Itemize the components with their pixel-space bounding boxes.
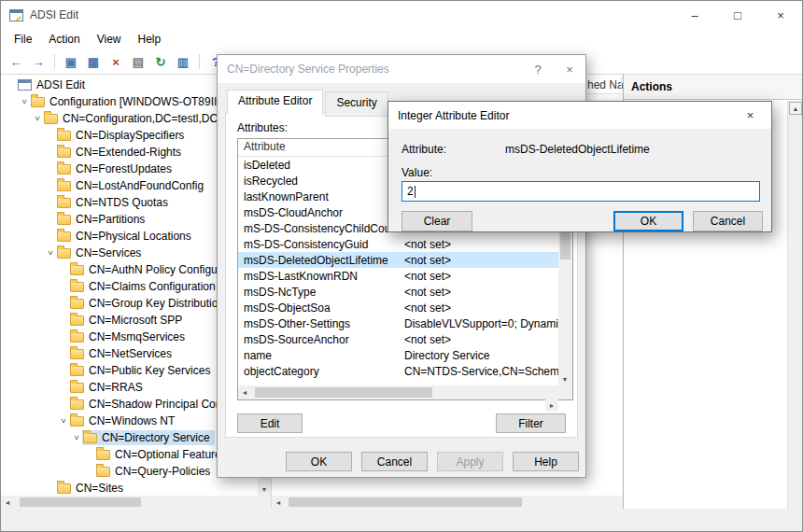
list-horizontal-scrollbar: ◄ ► [272,496,623,509]
attribute-row[interactable]: mS-DS-ConsistencyGuid<not set> [238,236,558,252]
maximize-button[interactable]: □ [716,1,759,29]
value-input-text: 2 [407,185,414,198]
value-input[interactable]: 2 [402,181,760,202]
edit-button[interactable]: Edit [237,413,303,433]
menu-help[interactable]: Help [130,30,170,49]
actions-scrollbar: ▲ [787,101,802,509]
tree-item-label: CN=Query-Policies [115,465,210,478]
back-icon[interactable]: ← [6,52,26,71]
tree-item-label: CN=RRAS [89,381,143,394]
status-strip [1,509,802,531]
integer-dialog-title: Integer Attribute Editor [398,109,509,122]
tree-item[interactable]: CN=Sites [1,480,258,496]
folder-icon [57,181,71,191]
ok-button[interactable]: OK [286,452,352,471]
tree-item-body: CN=Sites [56,481,128,496]
scroll-up-icon[interactable]: ▲ [789,102,802,115]
tree-item-body: CN=Services [56,245,146,260]
attribute-value-cell: <not set> [399,253,558,267]
minimize-icon: – [691,8,697,22]
cancel-button[interactable]: Cancel [361,452,428,471]
forward-icon[interactable]: → [28,52,49,71]
tree-expand-chevron[interactable]: > [46,247,55,259]
help-button[interactable]: Help [513,452,579,471]
folder-icon [70,282,84,292]
actions-title: Actions [631,80,672,93]
toolbar-separator [54,54,55,69]
scroll-left-icon[interactable]: ◄ [1,496,14,509]
ok-button[interactable]: OK [613,211,683,231]
tree-item-body: CN=Extended-Rights [56,145,186,160]
folder-icon [57,147,71,158]
delete-icon[interactable]: × [106,52,126,71]
filter-button[interactable]: Filter [496,413,566,433]
scroll-down-icon[interactable]: ▼ [258,483,271,496]
column-header-fragment: hed Na [587,78,624,91]
tree-expand-chevron[interactable]: > [20,96,29,108]
attribute-name-cell: msDS-LastKnownRDN [238,269,399,283]
document-icon[interactable]: ▤ [128,52,148,71]
attribute-row[interactable]: nameDirectory Service [238,347,558,363]
console-window-icon[interactable]: ▣ [61,52,81,71]
tree-expand-chevron[interactable]: > [59,415,68,427]
tree-item-label: CN=AuthN Policy Configura [89,263,227,276]
tree-item-body: CN=Optional Feature [95,447,226,462]
scroll-down-icon[interactable]: ▼ [558,372,571,385]
tab-attribute-editor[interactable]: Attribute Editor [227,90,323,115]
column-divider[interactable] [621,77,622,91]
folder-icon [57,483,71,494]
attribute-row[interactable]: msDS-ObjectSoa<not set> [238,300,558,315]
dialog-close-button[interactable]: × [729,102,771,129]
scrollbar-thumb[interactable] [20,497,141,507]
apply-button[interactable]: Apply [437,452,503,471]
scroll-left-icon[interactable]: ◄ [238,385,251,399]
cancel-button[interactable]: Cancel [693,211,763,231]
tree-item-body: CN=ForestUpdates [56,161,176,176]
clear-button[interactable]: Clear [402,211,472,231]
tree-expand-chevron[interactable]: > [72,432,81,444]
dialog-close-button[interactable]: × [554,55,585,83]
table-icon[interactable]: ▦ [83,52,104,71]
close-icon: × [747,108,754,122]
tree-item-label: CN=Shadow Principal Confi [89,398,227,411]
minimize-button[interactable]: – [673,1,716,29]
tree-item-body: CN=Physical Locations [56,229,196,244]
menu-view[interactable]: View [89,30,130,49]
tree-item-label: CN=Claims Configuration [89,280,216,293]
dialog-help-button[interactable]: ? [522,55,554,83]
attribute-row[interactable]: msDS-Other-SettingsDisableVLVSupport=0; … [238,315,558,331]
attribute-row[interactable]: msDS-DeletedObjectLifetime<not set> [238,252,558,268]
attribute-row[interactable]: objectCategoryCN=NTDS-Service,CN=Schema [238,363,558,379]
export-list-icon[interactable]: ▥ [173,52,193,71]
tab-security[interactable]: Security [325,91,387,117]
folder-icon [70,299,84,309]
folder-icon [70,366,84,376]
tree-item-label: CN=Microsoft SPP [89,314,182,327]
menu-bar: FileActionViewHelp [1,29,802,49]
tree-item-label: CN=Partitions [76,213,145,226]
scroll-left-icon[interactable]: ◄ [272,496,285,509]
attribute-row[interactable]: msDS-NcType<not set> [238,284,558,300]
tree-item-label: CN=Windows NT [89,414,175,427]
scrollbar-thumb[interactable] [255,387,432,398]
tree-item-body: CN=Directory Service [82,430,215,445]
tree-item-body: CN=Configuration,DC=testl,DC=lan [43,111,244,126]
attribute-name-cell: msDS-DeletedObjectLifetime [238,253,399,267]
close-button[interactable]: × [759,1,802,29]
menu-file[interactable]: File [6,30,40,49]
attribute-name-cell: msDS-NcType [238,285,399,299]
attribute-row[interactable]: msDS-SourceAnchor<not set> [238,331,558,347]
scrollbar-corner [558,385,572,399]
attribute-column-header[interactable]: Attribute [238,139,399,156]
scrollbar-thumb[interactable] [289,497,522,507]
value-label: Value: [402,166,432,179]
tree-expand-chevron[interactable]: > [33,113,42,125]
scroll-right-icon[interactable]: ► [545,399,558,412]
window-controls: –□× [673,1,802,29]
refresh-icon[interactable]: ↻ [150,52,171,71]
tree-item-body: CN=MsmqServices [69,329,190,344]
menu-action[interactable]: Action [40,30,88,49]
attribute-row[interactable]: msDS-LastKnownRDN<not set> [238,268,558,284]
tree-item-label: CN=Group Key Distribution [89,297,224,310]
tree-item-label: CN=DisplaySpecifiers [76,129,184,142]
